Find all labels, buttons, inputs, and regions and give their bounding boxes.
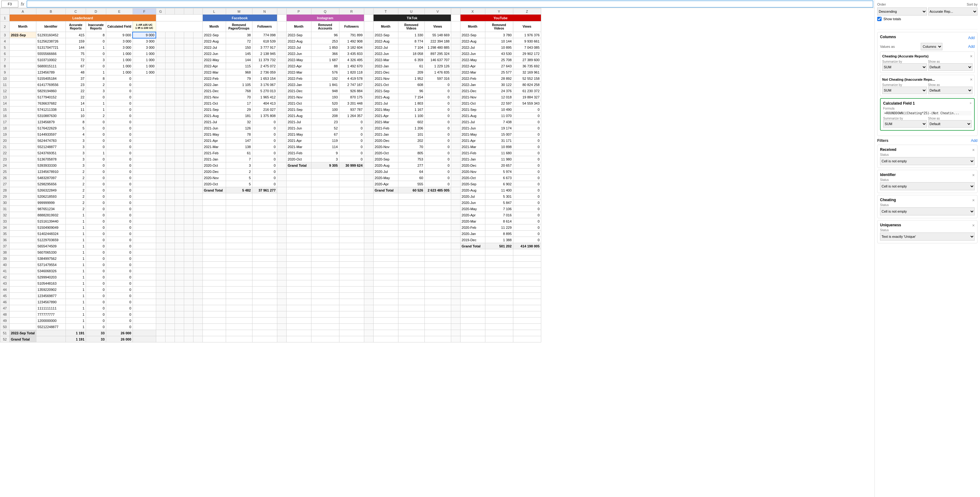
- fb-cell-10-0: 2021-Nov: [202, 94, 226, 100]
- filter-cheating-close-btn[interactable]: ×: [972, 198, 975, 203]
- yt-empty-44-1: [485, 305, 513, 311]
- filter-received-close-btn[interactable]: ×: [972, 148, 975, 152]
- filters-add-btn[interactable]: Add: [971, 138, 977, 143]
- calc-show-as-select[interactable]: Default: [928, 120, 972, 128]
- columns-add-btn[interactable]: Add: [968, 36, 975, 40]
- values-add-btn[interactable]: Add: [968, 44, 975, 49]
- gap-s-23: [364, 175, 373, 181]
- col-header-q[interactable]: Q: [311, 8, 339, 14]
- not-cheating-show-as-select[interactable]: Default: [928, 87, 973, 94]
- fb-empty-38-1: [226, 268, 252, 274]
- col-header-y[interactable]: Y: [485, 8, 513, 14]
- tt-empty-33-1: [398, 237, 425, 243]
- yt-empty-38-2: [513, 268, 541, 274]
- show-totals-checkbox[interactable]: [877, 17, 881, 21]
- fb-empty-42-2: [252, 293, 277, 299]
- tt-cell-13-2: 0: [425, 113, 451, 119]
- gap-4-2: [175, 57, 184, 63]
- col-header-o[interactable]: [277, 8, 286, 14]
- cheating-show-as-select[interactable]: Default: [928, 64, 973, 71]
- filter-uniqueness-status-select[interactable]: Text is exactly 'Unique': [880, 232, 975, 241]
- col-header-x[interactable]: X: [460, 8, 485, 14]
- gap-29-1: [165, 212, 175, 218]
- gap-w-49: [451, 336, 460, 342]
- filter-received-status-select[interactable]: Cell is not empty: [880, 157, 975, 165]
- col-header-i[interactable]: [175, 8, 184, 14]
- values-as-select[interactable]: Columns Rows: [921, 43, 942, 50]
- cheating-close-btn[interactable]: ×: [970, 54, 972, 59]
- yt-empty-47-1: [485, 324, 513, 330]
- col-header-d[interactable]: D: [86, 8, 106, 14]
- col-header-w[interactable]: [451, 8, 460, 14]
- lb-cell-23-0: [10, 175, 36, 181]
- col-header-f[interactable]: F: [133, 8, 156, 14]
- cell-name-box[interactable]: F3: [1, 1, 18, 8]
- ig-cell-1-0: 2022-Aug: [286, 38, 311, 44]
- col-header-c[interactable]: C: [65, 8, 86, 14]
- col-header-e[interactable]: E: [106, 8, 133, 14]
- col-header-k[interactable]: [193, 8, 202, 14]
- col-header-j[interactable]: [184, 8, 193, 14]
- col-header-u[interactable]: U: [398, 8, 425, 14]
- yt-cell-13-2: 0: [513, 113, 541, 119]
- col-header-v[interactable]: V: [425, 8, 451, 14]
- ig-empty-41-2: [339, 287, 364, 293]
- col-header-m[interactable]: M: [226, 8, 252, 14]
- lb-cell-18-4: 0: [106, 144, 133, 150]
- row-46-header: 46: [0, 299, 10, 305]
- col-header-p[interactable]: P: [286, 8, 311, 14]
- col-header-s[interactable]: [364, 8, 373, 14]
- sort-order-select[interactable]: Descending Ascending: [877, 8, 927, 16]
- col-header-l[interactable]: L: [202, 8, 226, 14]
- col-header-h[interactable]: [165, 8, 175, 14]
- tt-empty-39-2: [425, 274, 451, 280]
- tt-empty-45-2: [425, 311, 451, 318]
- yt-cell-34-1: 501 202: [485, 243, 513, 249]
- not-cheating-close-btn[interactable]: ×: [970, 77, 972, 82]
- filter-cheating-status-select[interactable]: Cell is not empty: [880, 207, 975, 216]
- filter-identifier-status-select[interactable]: Cell is not empty: [880, 182, 975, 190]
- gap-2-4: [193, 44, 202, 51]
- col-header-t[interactable]: T: [373, 8, 398, 14]
- fb-cell-14-2: 0: [252, 119, 277, 125]
- fb-empty-32-1: [226, 231, 252, 237]
- tt-cell-18-0: 2020-Nov: [373, 144, 398, 150]
- cheating-summarize-select[interactable]: SUM: [882, 64, 927, 71]
- calc-field-close-btn[interactable]: ×: [970, 101, 972, 105]
- gap-s-36: [364, 256, 373, 262]
- filter-uniqueness-close-btn[interactable]: ×: [972, 223, 975, 228]
- col-header-n[interactable]: N: [252, 8, 277, 14]
- fb-empty-31-2: [252, 224, 277, 231]
- gap-s-45: [364, 311, 373, 318]
- ig-empty-49-0: [286, 336, 311, 342]
- yt-cell-31-0: 2020-Feb: [460, 224, 485, 231]
- ig-empty-41-0: [286, 287, 311, 293]
- tt-empty-42-2: [425, 293, 451, 299]
- ig-cell-12-1: 100: [311, 106, 339, 113]
- gap-24-1: [165, 181, 175, 187]
- ig-empty-37-0: [286, 262, 311, 268]
- ig-empty-46-0: [286, 318, 311, 324]
- table-row: 435105448163100: [0, 280, 541, 287]
- fb-empty-29-0: [202, 212, 226, 218]
- sort-field-select[interactable]: Accurate Rep...: [928, 8, 978, 16]
- gap-w-41: [451, 287, 460, 293]
- col-header-g[interactable]: G: [156, 8, 165, 14]
- col-header-a[interactable]: A: [10, 8, 36, 14]
- yt-empty-37-2: [513, 262, 541, 268]
- gap-w-9: [451, 88, 460, 94]
- filter-identifier-close-btn[interactable]: ×: [972, 173, 975, 178]
- not-cheating-summarize-select[interactable]: SUM: [882, 87, 927, 94]
- col-header-r[interactable]: R: [339, 8, 364, 14]
- formula-input[interactable]: =ARRAYFORMULA(IF(D1:B <> "", ROUNDDOWN((…: [27, 1, 873, 8]
- ig-empty-25-0: [286, 187, 311, 194]
- ig-cell-2-1: 1 850: [311, 44, 339, 51]
- col-header-z[interactable]: Z: [513, 8, 541, 14]
- calc-summarize-select[interactable]: SUM: [883, 120, 927, 128]
- ig-cell-6-0: 2022-Mar: [286, 69, 311, 75]
- lb-cell-32-1: 51402448324: [36, 231, 65, 237]
- col-header-b[interactable]: B: [36, 8, 65, 14]
- fb-cell-4-1: 144: [226, 57, 252, 63]
- tt-cell-24-1: 555: [398, 181, 425, 187]
- ig-cell-6-2: 1 820 118: [339, 69, 364, 75]
